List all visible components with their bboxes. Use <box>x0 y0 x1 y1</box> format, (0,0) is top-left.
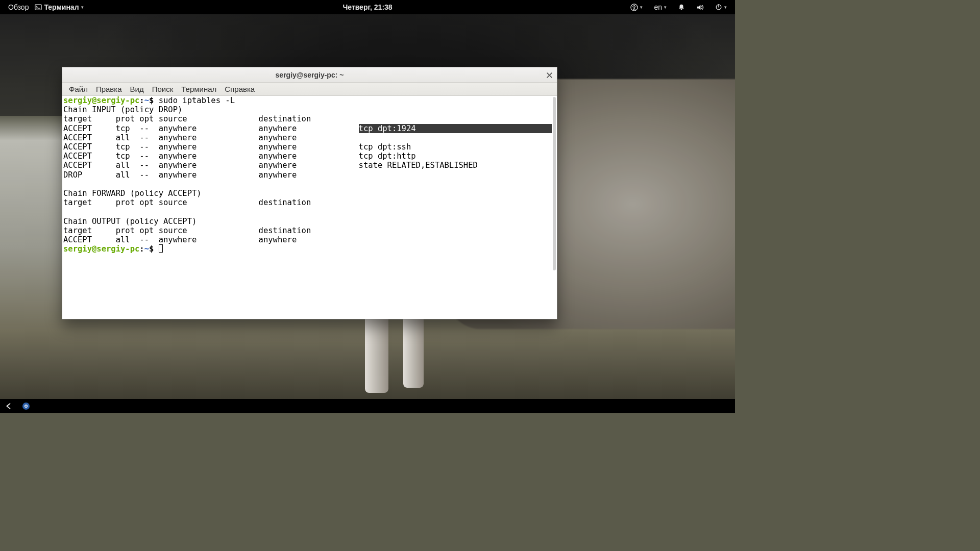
bell-icon <box>678 4 685 11</box>
volume-button[interactable] <box>693 4 707 11</box>
activities-label: Обзор <box>8 3 29 11</box>
accessibility-icon <box>630 4 638 11</box>
focused-app-menu[interactable]: Терминал ▾ <box>32 3 86 11</box>
wallpaper-shape <box>365 311 388 393</box>
menubar: Файл Правка Вид Поиск Терминал Справка <box>62 83 557 96</box>
clock-label: Четверг, 21:38 <box>342 3 392 11</box>
menu-search[interactable]: Поиск <box>149 84 177 94</box>
svg-point-8 <box>25 405 27 407</box>
system-menu[interactable]: ▾ <box>712 4 730 11</box>
chevron-left-icon <box>6 403 12 409</box>
menu-edit[interactable]: Правка <box>92 84 126 94</box>
menu-terminal[interactable]: Терминал <box>178 84 220 94</box>
bottom-panel <box>0 399 735 413</box>
terminal-window: sergiy@sergiy-pc: ~ Файл Правка Вид Поис… <box>62 67 557 319</box>
scrollbar[interactable] <box>553 97 556 270</box>
menu-file[interactable]: Файл <box>65 84 91 94</box>
window-title: sergiy@sergiy-pc: ~ <box>276 71 344 79</box>
terminal-icon <box>35 4 42 11</box>
chromium-icon <box>22 402 30 410</box>
chevron-down-icon: ▾ <box>640 5 643 10</box>
keyboard-layout-label: en <box>654 3 662 11</box>
titlebar[interactable]: sergiy@sergiy-pc: ~ <box>62 67 557 83</box>
close-icon <box>547 72 552 78</box>
top-panel: Обзор Терминал ▾ Четверг, 21:38 ▾ en ▾ <box>0 0 735 14</box>
chevron-down-icon: ▾ <box>81 5 84 10</box>
power-icon <box>715 4 722 11</box>
volume-icon <box>696 4 704 11</box>
back-button[interactable] <box>3 400 14 412</box>
activities-button[interactable]: Обзор <box>5 3 32 11</box>
close-button[interactable] <box>545 70 554 80</box>
terminal-viewport[interactable]: sergiy@sergiy-pc:~$ sudo iptables -L Cha… <box>62 96 557 319</box>
chevron-down-icon: ▾ <box>724 5 727 10</box>
focused-app-label: Терминал <box>44 3 79 11</box>
taskbar-app-chromium[interactable] <box>20 400 32 412</box>
svg-point-2 <box>634 5 635 6</box>
clock[interactable]: Четверг, 21:38 <box>342 3 392 11</box>
svg-rect-0 <box>35 5 41 10</box>
notifications-button[interactable] <box>675 4 688 11</box>
chevron-down-icon: ▾ <box>664 5 667 10</box>
terminal-cursor <box>159 244 163 253</box>
menu-help[interactable]: Справка <box>221 84 258 94</box>
svg-rect-3 <box>681 9 682 10</box>
keyboard-layout-menu[interactable]: en ▾ <box>651 3 670 11</box>
menu-view[interactable]: Вид <box>127 84 148 94</box>
accessibility-menu[interactable]: ▾ <box>627 4 646 11</box>
